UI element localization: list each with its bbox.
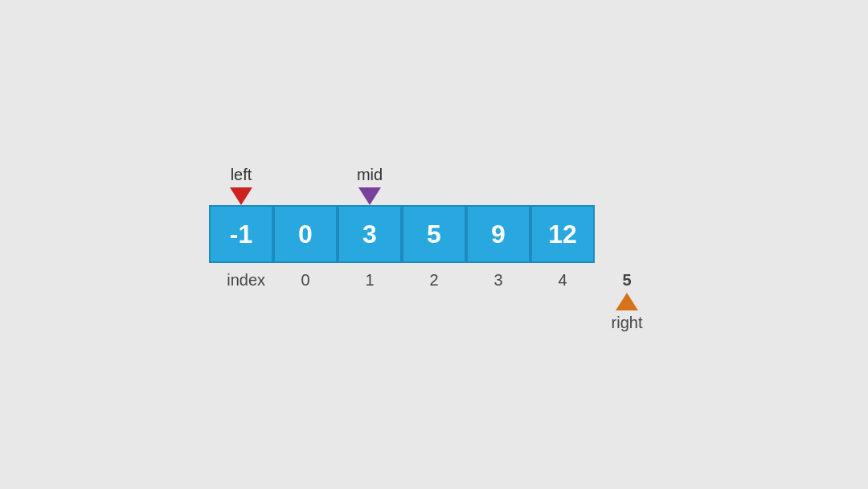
index-value-1: 1 — [365, 271, 374, 289]
cell-value-5: 12 — [548, 220, 577, 249]
index-cell-1: 1 — [338, 271, 402, 290]
index-value-0: 0 — [301, 271, 309, 289]
index-cell-3: 3 — [466, 271, 530, 290]
array-cell-3: 5 — [402, 205, 466, 263]
right-pointer-label: right — [612, 314, 643, 332]
top-pointers-row: left mid — [209, 157, 402, 205]
array-cell-5: 12 — [530, 205, 595, 263]
cell-value-0: -1 — [230, 220, 252, 249]
cell-value-3: 5 — [427, 220, 441, 249]
index-cell-4: 4 — [530, 271, 595, 290]
index-cell-0: 0 — [273, 271, 338, 290]
cell-value-1: 0 — [298, 220, 313, 249]
right-pointer: right — [595, 293, 659, 332]
right-arrow-icon — [616, 293, 638, 310]
index-value-3: 3 — [493, 271, 502, 289]
array-cell-1: 0 — [273, 205, 338, 263]
array-cell-4: 9 — [466, 205, 530, 263]
index-value-4: 4 — [558, 271, 567, 289]
mid-pointer-label: mid — [357, 166, 383, 184]
left-arrow-icon — [230, 187, 252, 205]
right-pointer-row: right — [209, 293, 659, 332]
cell-value-4: 9 — [491, 220, 506, 249]
index-value-2: 2 — [429, 271, 438, 289]
left-pointer: left — [209, 166, 273, 205]
array-cell-0: -1 — [209, 205, 273, 263]
mid-pointer: mid — [338, 166, 402, 205]
index-cell-2: 2 — [402, 271, 466, 290]
cell-value-2: 3 — [362, 220, 377, 249]
index-value-5: 5 — [622, 271, 631, 289]
left-pointer-label: left — [231, 166, 252, 184]
mid-arrow-icon — [358, 187, 381, 205]
array-cell-2: 3 — [338, 205, 402, 263]
index-row: index 0 1 2 3 4 5 — [209, 271, 659, 290]
array-row: -1 0 3 5 9 12 — [209, 205, 595, 263]
binary-search-diagram: left mid -1 0 3 5 9 12 index — [209, 157, 659, 332]
index-cell-5: 5 — [595, 271, 659, 290]
index-label: index — [209, 271, 273, 290]
